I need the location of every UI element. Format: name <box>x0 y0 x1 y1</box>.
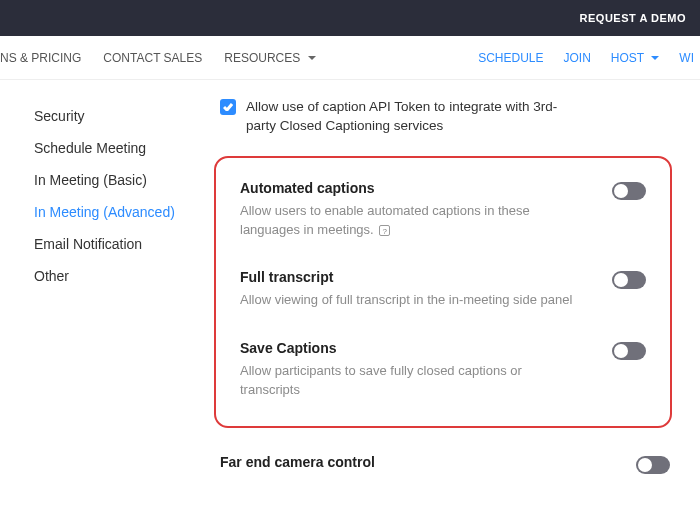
setting-text: Save Captions Allow participants to save… <box>240 340 612 400</box>
nav-right: SCHEDULE JOIN HOST WI <box>458 51 694 65</box>
chevron-down-icon <box>651 56 659 60</box>
toggle-knob <box>614 273 628 287</box>
setting-text: Automated captions Allow users to enable… <box>240 180 612 240</box>
toggle-knob <box>614 344 628 358</box>
setting-desc: Allow viewing of full transcript in the … <box>240 291 582 310</box>
nav-host[interactable]: HOST <box>611 51 659 65</box>
nav-schedule[interactable]: SCHEDULE <box>478 51 543 65</box>
setting-desc: Allow users to enable automated captions… <box>240 202 582 240</box>
setting-full-transcript: Full transcript Allow viewing of full tr… <box>240 269 646 310</box>
page-content: Security Schedule Meeting In Meeting (Ba… <box>0 80 700 484</box>
setting-title: Automated captions <box>240 180 582 196</box>
setting-automated-captions: Automated captions Allow users to enable… <box>240 180 646 240</box>
highlighted-settings-group: Automated captions Allow users to enable… <box>214 156 672 428</box>
nav-resources[interactable]: RESOURCES <box>224 51 315 65</box>
request-demo-link[interactable]: REQUEST A DEMO <box>580 12 686 24</box>
sidebar-item-security[interactable]: Security <box>34 100 210 132</box>
nav-plans-pricing[interactable]: NS & PRICING <box>0 51 81 65</box>
sidebar-item-in-meeting-advanced[interactable]: In Meeting (Advanced) <box>34 196 210 228</box>
setting-title: Save Captions <box>240 340 582 356</box>
toggle-save-captions[interactable] <box>612 342 646 360</box>
settings-main: Allow use of caption API Token to integr… <box>210 92 700 484</box>
toggle-automated-captions[interactable] <box>612 182 646 200</box>
setting-desc: Allow participants to save fully closed … <box>240 362 582 400</box>
caption-api-checkbox[interactable] <box>220 99 236 115</box>
nav-host-label: HOST <box>611 51 644 65</box>
nav-join[interactable]: JOIN <box>564 51 591 65</box>
sidebar-item-in-meeting-basic[interactable]: In Meeting (Basic) <box>34 164 210 196</box>
nav-contact-sales[interactable]: CONTACT SALES <box>103 51 202 65</box>
setting-title: Far end camera control <box>220 454 606 470</box>
main-nav: NS & PRICING CONTACT SALES RESOURCES SCH… <box>0 36 700 80</box>
caption-api-checkbox-row: Allow use of caption API Token to integr… <box>220 98 670 136</box>
sidebar-item-schedule-meeting[interactable]: Schedule Meeting <box>34 132 210 164</box>
info-icon[interactable]: ? <box>379 225 390 236</box>
settings-sidebar: Security Schedule Meeting In Meeting (Ba… <box>0 92 210 484</box>
check-icon <box>223 103 233 111</box>
nav-partial[interactable]: WI <box>679 51 694 65</box>
setting-text: Full transcript Allow viewing of full tr… <box>240 269 612 310</box>
topbar: REQUEST A DEMO <box>0 0 700 36</box>
toggle-full-transcript[interactable] <box>612 271 646 289</box>
nav-resources-label: RESOURCES <box>224 51 300 65</box>
setting-save-captions: Save Captions Allow participants to save… <box>240 340 646 400</box>
caption-api-label: Allow use of caption API Token to integr… <box>246 98 566 136</box>
setting-text: Far end camera control <box>220 454 636 476</box>
setting-title: Full transcript <box>240 269 582 285</box>
sidebar-item-email-notification[interactable]: Email Notification <box>34 228 210 260</box>
setting-far-end-camera: Far end camera control <box>220 454 670 476</box>
toggle-knob <box>638 458 652 472</box>
toggle-knob <box>614 184 628 198</box>
sidebar-item-other[interactable]: Other <box>34 260 210 292</box>
nav-left: NS & PRICING CONTACT SALES RESOURCES <box>0 51 338 65</box>
toggle-far-end-camera[interactable] <box>636 456 670 474</box>
chevron-down-icon <box>308 56 316 60</box>
